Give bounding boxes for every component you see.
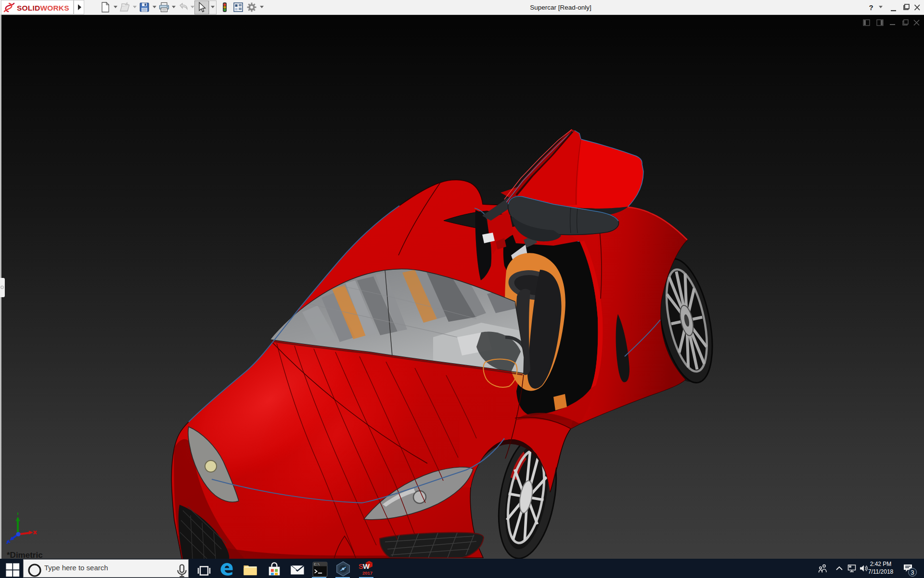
svg-text:C:\: C:\ bbox=[314, 563, 320, 566]
svg-text:3: 3 bbox=[911, 569, 914, 576]
svg-text:SOLIDWORKS: SOLIDWORKS bbox=[17, 4, 69, 12]
svg-text:W: W bbox=[363, 562, 370, 570]
svg-text:2017: 2017 bbox=[362, 570, 372, 576]
